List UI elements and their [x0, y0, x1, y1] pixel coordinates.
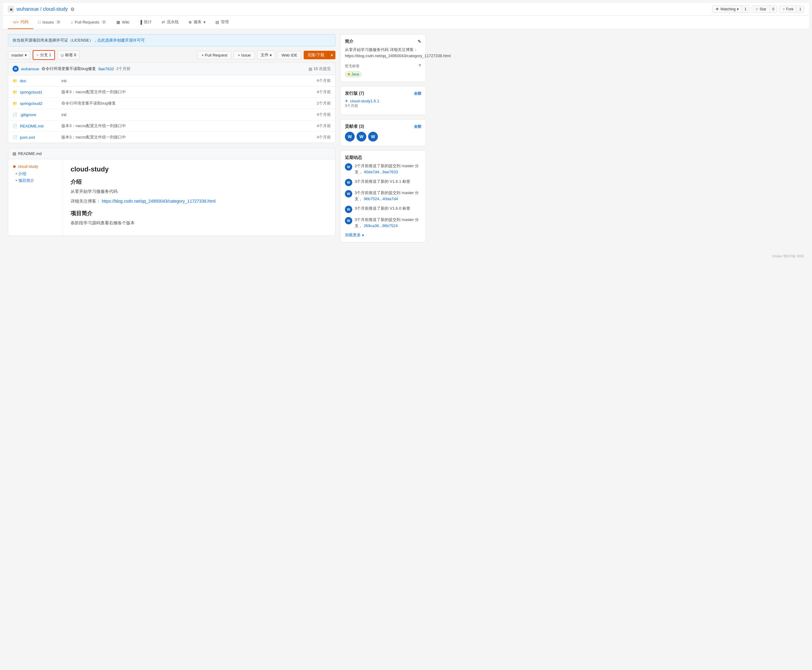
webide-button[interactable]: Web IDE: [278, 51, 302, 59]
language-tag[interactable]: Java: [345, 71, 362, 77]
contributor-avatar[interactable]: W: [368, 132, 378, 142]
file-name[interactable]: springcloud2: [20, 101, 57, 106]
tab-code[interactable]: </> 代码: [8, 15, 33, 29]
toc-main-link[interactable]: cloud-study: [18, 164, 38, 169]
tab-wiki[interactable]: ▦ Wiki: [111, 15, 134, 29]
readme-icon: ▤: [12, 151, 16, 156]
language-name: Java: [351, 72, 359, 76]
file-time: 4个月前: [317, 78, 331, 83]
file-button[interactable]: 文件 ▾: [257, 51, 275, 59]
activity-text: 3个月前推送了新的 V1.6.1 标签: [355, 179, 410, 184]
activity-avatar: W: [345, 217, 352, 224]
issues-icon: □: [38, 20, 41, 24]
table-row: 📄 README.md 版本3：nacos配置文件统一到接口中 4个月前: [8, 120, 335, 132]
table-row: 📁 springcloud2 命令行环境变量不读取bug修复 2个月前: [8, 98, 335, 109]
contributors-all-link[interactable]: 全部: [414, 124, 421, 129]
activity-item: W 3个月前推送了新的 V1.6.1 标签: [345, 179, 421, 186]
link-prefix: 详细关注博客：: [71, 199, 101, 203]
tab-services[interactable]: ⊕ 服务 ▾: [184, 15, 211, 29]
tab-issues[interactable]: □ Issues 0: [33, 15, 66, 29]
sidebar-contributors: 贡献者 (3) 全部 W W W: [340, 119, 426, 146]
pipeline-icon: ⇄: [162, 20, 165, 24]
commit-message[interactable]: 命令行环境变量不读取bug修复: [42, 66, 96, 71]
tab-pipeline[interactable]: ⇄ 流水线: [157, 15, 184, 29]
tag-count[interactable]: ◇ 标签 8: [57, 51, 80, 59]
activity-item: W 3个月前推送了新的提交到 master 分支， 96b7524...40da…: [345, 190, 421, 202]
tab-pullrequests[interactable]: ↕ Pull Requests 0: [66, 15, 111, 29]
readme-main-title: cloud-study: [71, 165, 328, 173]
license-link[interactable]: 点此选择并创建开源许可可: [97, 37, 145, 43]
branch-count[interactable]: ⑂ 分支 1: [33, 50, 55, 60]
services-chevron-icon: ▾: [203, 20, 206, 24]
activity-link[interactable]: 96b7524...40da7d4: [364, 196, 398, 201]
commit-author[interactable]: wuhanxue: [21, 67, 39, 71]
file-name[interactable]: pom.xml: [20, 135, 57, 140]
table-row: 📁 springcloud1 版本3：nacos配置文件统一到接口中 4个月前: [8, 86, 335, 98]
fork-count[interactable]: 1: [797, 6, 804, 12]
repo-path[interactable]: wuhanxue / cloud-study: [17, 7, 68, 12]
star-label: Star: [760, 7, 766, 11]
no-label-text: 暂无标签: [345, 64, 360, 69]
chevron-down-icon: ▾: [25, 53, 27, 58]
pr-icon: ↕: [71, 20, 73, 24]
readme-content: cloud-study 介绍 从零开始学习微服务代码 详细关注博客： https…: [63, 159, 335, 235]
clone-dropdown-button[interactable]: ▾: [328, 51, 336, 59]
activity-link[interactable]: 269ca36...96b7524: [364, 223, 398, 228]
watch-button[interactable]: 👁 Watching ▾: [712, 6, 742, 12]
file-name[interactable]: doc: [20, 79, 57, 83]
pull-request-button[interactable]: + Pull Request: [198, 51, 231, 59]
license-text: 你当前开源项目尚未选择许可证（LICENSE），: [12, 37, 97, 43]
activity-text: 3个月前推送了新的提交到 master 分支， 269ca36...96b752…: [355, 217, 421, 228]
load-more-button[interactable]: 加载更多 ▾: [345, 232, 421, 238]
file-commit: 版本3：nacos配置文件统一到接口中: [57, 123, 317, 129]
tab-manage[interactable]: ▤ 管理: [211, 15, 234, 29]
file-commit: 版本3：nacos配置文件统一到接口中: [57, 89, 317, 95]
eye-icon: 👁: [716, 7, 719, 11]
commit-hash[interactable]: 9ae7633: [98, 67, 114, 71]
activity-link[interactable]: 40da7d4...9ae7633: [364, 170, 398, 174]
chevron-down-icon: ▾: [270, 53, 272, 58]
clone-button[interactable]: 克隆/下载: [304, 51, 328, 59]
tab-stats-label: 统计: [144, 19, 152, 25]
file-commit: 版本3：nacos配置文件统一到接口中: [57, 134, 317, 140]
fork-button[interactable]: ⑂ Fork: [780, 6, 797, 12]
file-name[interactable]: README.md: [20, 124, 57, 129]
activity-text: 2个月前推送了新的提交到 master 分支， 40da7d4...9ae763…: [355, 163, 421, 175]
toc-item-project[interactable]: 项目简介: [19, 178, 34, 183]
issue-button[interactable]: + Issue: [234, 51, 255, 59]
tab-services-label: 服务: [194, 19, 202, 25]
star-count[interactable]: 0: [770, 6, 777, 12]
release-link[interactable]: ✈ cloud-study1.6.1: [345, 99, 421, 103]
activity-item: W 3个月前推送了新的提交到 master 分支， 269ca36...96b7…: [345, 217, 421, 228]
readme-blog-link[interactable]: https://blog.csdn.net/qq_24950043/catego…: [102, 199, 216, 203]
repo-owner[interactable]: wuhanxue: [17, 7, 39, 12]
file-name[interactable]: springcloud1: [20, 90, 57, 95]
commit-count-icon: ▤: [309, 67, 312, 71]
repo-name[interactable]: cloud-study: [43, 7, 68, 12]
file-time: 4个月前: [317, 89, 331, 95]
activity-item: W 2个月前推送了新的提交到 master 分支， 40da7d4...9ae7…: [345, 163, 421, 175]
file-name[interactable]: .gitignore: [20, 112, 57, 117]
contributor-avatar[interactable]: W: [356, 132, 366, 142]
activity-avatar: W: [345, 163, 352, 171]
branch-selector[interactable]: master ▾: [8, 51, 30, 59]
star-button[interactable]: ☆ Star: [752, 6, 770, 12]
settings-icon[interactable]: ⚙: [70, 7, 74, 12]
code-icon: </>: [13, 20, 19, 24]
toc-item-intro[interactable]: 介绍: [19, 171, 26, 176]
edit-icon[interactable]: ✎: [418, 39, 421, 44]
add-label-button[interactable]: +: [419, 63, 421, 68]
commit-count: ▤ 18 次提交: [309, 66, 331, 71]
file-icon: 📄: [12, 124, 17, 129]
contributor-avatar[interactable]: W: [345, 132, 355, 142]
tab-stats[interactable]: ▐ 统计: [134, 15, 157, 29]
folder-icon: 📁: [12, 101, 17, 106]
tab-manage-label: 管理: [221, 19, 229, 25]
readme-section: ▤ README.md cloud-study •介绍 •项目简介: [8, 148, 336, 236]
releases-all-link[interactable]: 全部: [414, 91, 421, 96]
load-more-icon: ▾: [362, 233, 364, 237]
branch-count-label: 分支 1: [40, 52, 51, 58]
file-icon: 📄: [12, 112, 17, 117]
file-time: 4个月前: [317, 123, 331, 129]
watch-count[interactable]: 1: [742, 6, 749, 12]
